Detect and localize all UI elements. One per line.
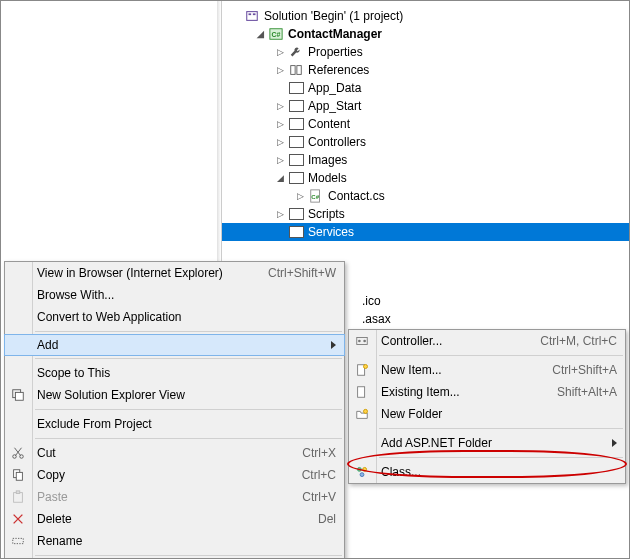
menu-add-controller[interactable]: Controller... Ctrl+M, Ctrl+C <box>349 330 625 352</box>
csharp-file-icon: C# <box>308 188 324 204</box>
node-label: Properties <box>308 43 363 61</box>
menu-paste: Paste Ctrl+V <box>5 486 344 508</box>
menu-label: Cut <box>37 446 278 460</box>
menu-cut[interactable]: Cut Ctrl+X <box>5 442 344 464</box>
expander-icon[interactable]: ◢ <box>254 28 266 40</box>
menu-shortcut: Ctrl+Shift+W <box>244 266 336 280</box>
obscured-file-ico: .ico <box>362 292 381 310</box>
menu-new-explorer-view[interactable]: New Solution Explorer View <box>5 384 344 406</box>
tree: Solution 'Begin' (1 project) ◢ C# Contac… <box>222 1 629 241</box>
menu-label: Existing Item... <box>381 385 533 399</box>
expander-icon[interactable]: ▷ <box>274 208 286 220</box>
context-menu-primary: View in Browser (Internet Explorer) Ctrl… <box>4 261 345 559</box>
menu-label: Add ASP.NET Folder <box>381 436 604 450</box>
menu-add[interactable]: Add <box>4 334 345 356</box>
expander-icon[interactable]: ▷ <box>274 100 286 112</box>
svg-rect-23 <box>358 387 365 398</box>
expander-icon[interactable]: ▷ <box>294 190 306 202</box>
expander-icon[interactable]: ▷ <box>274 118 286 130</box>
tree-node-models[interactable]: ◢ Models <box>222 169 629 187</box>
folder-icon <box>288 224 304 240</box>
menu-label: Delete <box>37 512 294 526</box>
tree-node-images[interactable]: ▷ Images <box>222 151 629 169</box>
menu-label: Controller... <box>381 334 516 348</box>
controller-icon <box>353 332 371 350</box>
menu-view-in-browser[interactable]: View in Browser (Internet Explorer) Ctrl… <box>5 262 344 284</box>
expander-icon[interactable]: ▷ <box>274 154 286 166</box>
context-menu-add: Controller... Ctrl+M, Ctrl+C New Item...… <box>348 329 626 484</box>
svg-point-20 <box>363 340 366 343</box>
menu-shortcut: Shift+Alt+A <box>533 385 617 399</box>
svg-rect-2 <box>253 13 256 15</box>
menu-shortcut: Ctrl+X <box>278 446 336 460</box>
menu-separator <box>379 428 623 429</box>
menu-delete[interactable]: Delete Del <box>5 508 344 530</box>
menu-add-new-item[interactable]: New Item... Ctrl+Shift+A <box>349 359 625 381</box>
svg-rect-6 <box>297 66 301 75</box>
svg-rect-1 <box>249 13 252 15</box>
tree-node-scripts[interactable]: ▷ Scripts <box>222 205 629 223</box>
tree-node-properties[interactable]: ▷ Properties <box>222 43 629 61</box>
new-item-icon <box>353 361 371 379</box>
expander-icon[interactable]: ▷ <box>274 136 286 148</box>
expander-icon[interactable]: ▷ <box>274 46 286 58</box>
submenu-arrow-icon <box>331 341 336 349</box>
menu-browse-with[interactable]: Browse With... <box>5 284 344 306</box>
svg-point-24 <box>363 409 367 413</box>
svg-point-26 <box>363 467 367 471</box>
submenu-arrow-icon <box>612 439 617 447</box>
menu-convert-webapp[interactable]: Convert to Web Application <box>5 306 344 328</box>
menu-add-aspnet-folder[interactable]: Add ASP.NET Folder <box>349 432 625 454</box>
menu-separator <box>35 438 342 439</box>
menu-shortcut: Ctrl+V <box>278 490 336 504</box>
folder-icon <box>288 134 304 150</box>
tree-node-references[interactable]: ▷ References <box>222 61 629 79</box>
menu-shortcut: Ctrl+Shift+A <box>528 363 617 377</box>
menu-rename[interactable]: Rename <box>5 530 344 552</box>
menu-copy[interactable]: Copy Ctrl+C <box>5 464 344 486</box>
menu-add-class[interactable]: Class... <box>349 461 625 483</box>
node-label: Images <box>308 151 347 169</box>
delete-icon <box>9 510 27 528</box>
menu-exclude[interactable]: Exclude From Project <box>5 413 344 435</box>
expander-icon[interactable]: ◢ <box>274 172 286 184</box>
folder-icon <box>288 170 304 186</box>
menu-shortcut: Ctrl+C <box>278 468 336 482</box>
svg-rect-0 <box>247 12 258 21</box>
tree-node-appdata[interactable]: ▷ App_Data <box>222 79 629 97</box>
folder-icon <box>288 98 304 114</box>
tree-node-contactcs[interactable]: ▷ C# Contact.cs <box>222 187 629 205</box>
menu-separator <box>35 409 342 410</box>
menu-separator <box>35 555 342 556</box>
svg-point-22 <box>363 364 367 368</box>
new-explorer-icon <box>9 386 27 404</box>
svg-rect-14 <box>16 472 22 480</box>
node-label: App_Start <box>308 97 361 115</box>
references-icon <box>288 62 304 78</box>
menu-label: Class... <box>381 465 617 479</box>
svg-point-27 <box>360 473 364 477</box>
menu-add-new-folder[interactable]: New Folder <box>349 403 625 425</box>
node-label: App_Data <box>308 79 361 97</box>
obscured-file-asax: .asax <box>362 310 391 328</box>
menu-shortcut: Del <box>294 512 336 526</box>
tree-node-appstart[interactable]: ▷ App_Start <box>222 97 629 115</box>
menu-separator <box>379 355 623 356</box>
tree-node-services-selected[interactable]: ▷ Services <box>222 223 629 241</box>
menu-scope-to-this[interactable]: Scope to This <box>5 362 344 384</box>
solution-node[interactable]: Solution 'Begin' (1 project) <box>222 7 629 25</box>
menu-separator <box>35 331 342 332</box>
node-label: References <box>308 61 369 79</box>
menu-add-existing-item[interactable]: Existing Item... Shift+Alt+A <box>349 381 625 403</box>
wrench-icon <box>288 44 304 60</box>
menu-label: New Folder <box>381 407 617 421</box>
svg-rect-15 <box>14 493 23 503</box>
tree-node-content[interactable]: ▷ Content <box>222 115 629 133</box>
expander-icon[interactable]: ▷ <box>274 64 286 76</box>
tree-node-controllers[interactable]: ▷ Controllers <box>222 133 629 151</box>
menu-label: Browse With... <box>37 288 336 302</box>
cut-icon <box>9 444 27 462</box>
menu-label: New Item... <box>381 363 528 377</box>
menu-separator <box>35 358 342 359</box>
project-node[interactable]: ◢ C# ContactManager <box>222 25 629 43</box>
